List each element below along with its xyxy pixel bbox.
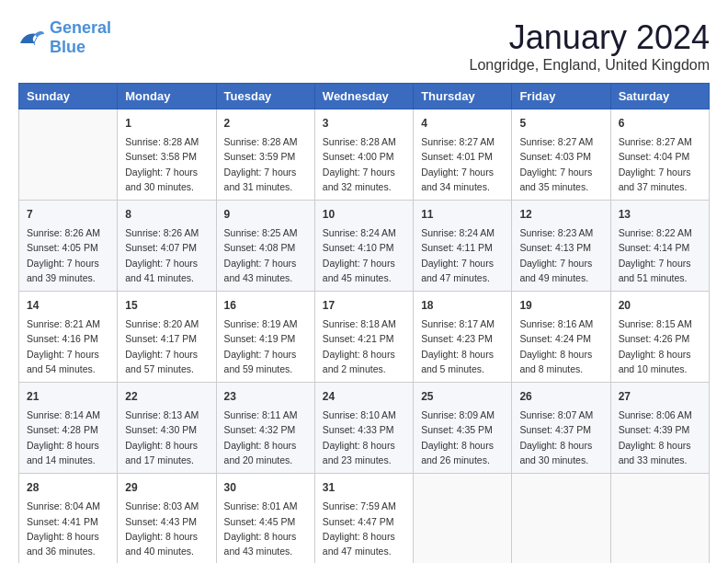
calendar-cell: 27Sunrise: 8:06 AMSunset: 4:39 PMDayligh… — [610, 383, 709, 474]
day-info: Sunrise: 8:09 AMSunset: 4:35 PMDaylight:… — [421, 408, 504, 467]
calendar-cell: 29Sunrise: 8:03 AMSunset: 4:43 PMDayligh… — [118, 474, 216, 563]
col-header-sunday: Sunday — [19, 84, 118, 109]
week-row-2: 7Sunrise: 8:26 AMSunset: 4:05 PMDaylight… — [19, 201, 710, 292]
day-number: 30 — [224, 479, 307, 496]
calendar-cell: 10Sunrise: 8:24 AMSunset: 4:10 PMDayligh… — [314, 201, 413, 292]
calendar-cell — [512, 474, 610, 563]
calendar-cell: 1Sunrise: 8:28 AMSunset: 3:58 PMDaylight… — [118, 109, 216, 201]
day-number: 18 — [421, 297, 504, 314]
day-number: 15 — [125, 297, 208, 314]
day-info: Sunrise: 8:16 AMSunset: 4:24 PMDaylight:… — [519, 316, 602, 376]
day-info: Sunrise: 8:23 AMSunset: 4:13 PMDaylight:… — [519, 225, 602, 285]
day-info: Sunrise: 8:21 AMSunset: 4:16 PMDaylight:… — [27, 316, 109, 376]
day-info: Sunrise: 8:28 AMSunset: 3:58 PMDaylight:… — [125, 134, 208, 194]
header-row: SundayMondayTuesdayWednesdayThursdayFrid… — [19, 84, 710, 109]
logo-general: General — [50, 18, 111, 37]
day-info: Sunrise: 8:28 AMSunset: 3:59 PMDaylight:… — [224, 134, 307, 194]
col-header-monday: Monday — [118, 84, 216, 109]
day-number: 17 — [323, 297, 405, 314]
week-row-5: 28Sunrise: 8:04 AMSunset: 4:41 PMDayligh… — [19, 474, 710, 563]
col-header-wednesday: Wednesday — [314, 84, 413, 109]
day-number: 20 — [619, 297, 701, 314]
day-info: Sunrise: 8:10 AMSunset: 4:33 PMDaylight:… — [323, 408, 405, 467]
day-info: Sunrise: 8:25 AMSunset: 4:08 PMDaylight:… — [224, 225, 307, 285]
week-row-4: 21Sunrise: 8:14 AMSunset: 4:28 PMDayligh… — [19, 383, 710, 474]
calendar-cell: 31Sunrise: 7:59 AMSunset: 4:47 PMDayligh… — [314, 474, 413, 563]
day-info: Sunrise: 8:26 AMSunset: 4:07 PMDaylight:… — [125, 225, 208, 285]
day-info: Sunrise: 8:28 AMSunset: 4:00 PMDaylight:… — [323, 134, 405, 194]
day-info: Sunrise: 8:01 AMSunset: 4:45 PMDaylight:… — [224, 499, 307, 558]
day-number: 26 — [519, 388, 602, 405]
calendar-cell: 5Sunrise: 8:27 AMSunset: 4:03 PMDaylight… — [512, 109, 610, 201]
day-number: 12 — [519, 206, 602, 223]
day-number: 29 — [125, 479, 208, 496]
week-row-1: 1Sunrise: 8:28 AMSunset: 3:58 PMDaylight… — [19, 109, 710, 201]
day-number: 3 — [323, 115, 405, 132]
col-header-thursday: Thursday — [414, 84, 512, 109]
day-info: Sunrise: 8:03 AMSunset: 4:43 PMDaylight:… — [125, 499, 208, 558]
calendar-cell: 16Sunrise: 8:19 AMSunset: 4:19 PMDayligh… — [216, 292, 314, 383]
day-number: 28 — [27, 479, 109, 496]
day-info: Sunrise: 8:22 AMSunset: 4:14 PMDaylight:… — [619, 225, 701, 285]
calendar-cell: 14Sunrise: 8:21 AMSunset: 4:16 PMDayligh… — [19, 292, 118, 383]
day-info: Sunrise: 8:17 AMSunset: 4:23 PMDaylight:… — [421, 316, 504, 376]
col-header-tuesday: Tuesday — [216, 84, 314, 109]
day-number: 7 — [27, 206, 109, 223]
day-number: 19 — [519, 297, 602, 314]
day-number: 14 — [27, 297, 109, 314]
calendar-cell: 11Sunrise: 8:24 AMSunset: 4:11 PMDayligh… — [414, 201, 512, 292]
day-info: Sunrise: 8:07 AMSunset: 4:37 PMDaylight:… — [519, 408, 602, 467]
month-title: January 2024 — [469, 18, 710, 57]
col-header-friday: Friday — [512, 84, 610, 109]
calendar-cell: 17Sunrise: 8:18 AMSunset: 4:21 PMDayligh… — [314, 292, 413, 383]
logo-text: General Blue — [50, 18, 111, 57]
day-info: Sunrise: 8:20 AMSunset: 4:17 PMDaylight:… — [125, 316, 208, 376]
day-number: 31 — [323, 479, 405, 496]
day-info: Sunrise: 8:04 AMSunset: 4:41 PMDaylight:… — [27, 499, 109, 558]
day-info: Sunrise: 8:26 AMSunset: 4:05 PMDaylight:… — [27, 225, 109, 285]
calendar-cell: 12Sunrise: 8:23 AMSunset: 4:13 PMDayligh… — [512, 201, 610, 292]
calendar-cell: 8Sunrise: 8:26 AMSunset: 4:07 PMDaylight… — [118, 201, 216, 292]
day-info: Sunrise: 8:27 AMSunset: 4:04 PMDaylight:… — [619, 134, 701, 194]
day-number: 16 — [224, 297, 307, 314]
col-header-saturday: Saturday — [610, 84, 709, 109]
calendar-cell: 26Sunrise: 8:07 AMSunset: 4:37 PMDayligh… — [512, 383, 610, 474]
day-info: Sunrise: 8:18 AMSunset: 4:21 PMDaylight:… — [323, 316, 405, 376]
calendar-cell: 25Sunrise: 8:09 AMSunset: 4:35 PMDayligh… — [414, 383, 512, 474]
calendar-cell: 4Sunrise: 8:27 AMSunset: 4:01 PMDaylight… — [414, 109, 512, 201]
day-number: 23 — [224, 388, 307, 405]
calendar-cell: 6Sunrise: 8:27 AMSunset: 4:04 PMDaylight… — [610, 109, 709, 201]
day-number: 27 — [619, 388, 701, 405]
day-number: 13 — [619, 206, 701, 223]
calendar-cell: 9Sunrise: 8:25 AMSunset: 4:08 PMDaylight… — [216, 201, 314, 292]
day-info: Sunrise: 8:15 AMSunset: 4:26 PMDaylight:… — [619, 316, 701, 376]
calendar-table: SundayMondayTuesdayWednesdayThursdayFrid… — [18, 83, 710, 563]
calendar-cell: 23Sunrise: 8:11 AMSunset: 4:32 PMDayligh… — [216, 383, 314, 474]
calendar-cell — [414, 474, 512, 563]
day-info: Sunrise: 8:14 AMSunset: 4:28 PMDaylight:… — [27, 408, 109, 467]
day-number: 1 — [125, 115, 208, 132]
day-number: 2 — [224, 115, 307, 132]
logo-icon — [18, 27, 46, 49]
day-info: Sunrise: 8:19 AMSunset: 4:19 PMDaylight:… — [224, 316, 307, 376]
week-row-3: 14Sunrise: 8:21 AMSunset: 4:16 PMDayligh… — [19, 292, 710, 383]
calendar-cell: 13Sunrise: 8:22 AMSunset: 4:14 PMDayligh… — [610, 201, 709, 292]
day-info: Sunrise: 8:13 AMSunset: 4:30 PMDaylight:… — [125, 408, 208, 467]
day-number: 24 — [323, 388, 405, 405]
day-number: 8 — [125, 206, 208, 223]
calendar-cell: 20Sunrise: 8:15 AMSunset: 4:26 PMDayligh… — [610, 292, 709, 383]
day-number: 11 — [421, 206, 504, 223]
day-number: 25 — [421, 388, 504, 405]
calendar-cell: 21Sunrise: 8:14 AMSunset: 4:28 PMDayligh… — [19, 383, 118, 474]
day-info: Sunrise: 8:27 AMSunset: 4:03 PMDaylight:… — [519, 134, 602, 194]
calendar-cell: 28Sunrise: 8:04 AMSunset: 4:41 PMDayligh… — [19, 474, 118, 563]
calendar-cell: 7Sunrise: 8:26 AMSunset: 4:05 PMDaylight… — [19, 201, 118, 292]
logo-blue: Blue — [50, 38, 85, 56]
page-header: General Blue January 2024 Longridge, Eng… — [18, 18, 710, 74]
day-number: 21 — [27, 388, 109, 405]
day-info: Sunrise: 8:24 AMSunset: 4:10 PMDaylight:… — [323, 225, 405, 285]
calendar-cell: 15Sunrise: 8:20 AMSunset: 4:17 PMDayligh… — [118, 292, 216, 383]
calendar-cell: 19Sunrise: 8:16 AMSunset: 4:24 PMDayligh… — [512, 292, 610, 383]
day-info: Sunrise: 8:06 AMSunset: 4:39 PMDaylight:… — [619, 408, 701, 467]
location: Longridge, England, United Kingdom — [469, 57, 710, 74]
